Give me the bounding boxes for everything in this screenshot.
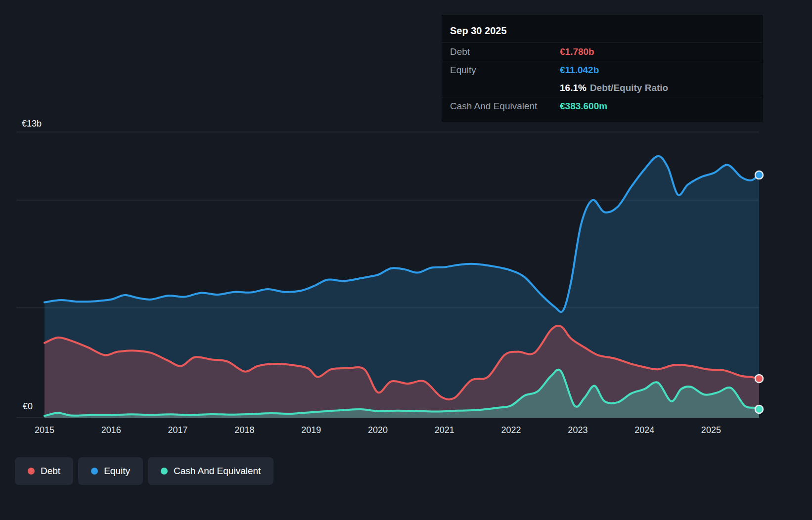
x-axis-label-2020: 2020 <box>368 425 388 435</box>
equity-end-marker <box>755 171 763 179</box>
x-axis-label-2024: 2024 <box>634 425 654 435</box>
equity-dot-icon <box>91 468 98 475</box>
x-axis-label-2017: 2017 <box>168 425 188 435</box>
legend-item-cash[interactable]: Cash And Equivalent <box>148 457 273 485</box>
tooltip-equity-label: Equity <box>450 65 560 76</box>
x-axis-label-2025: 2025 <box>701 425 721 435</box>
tooltip-debt-label: Debt <box>450 46 560 57</box>
x-axis-label-2016: 2016 <box>101 425 121 435</box>
cash-dot-icon <box>161 468 168 475</box>
tooltip-cash-label: Cash And Equivalent <box>450 101 560 112</box>
tooltip-equity-value: €11.042b <box>560 65 599 76</box>
legend-equity-label: Equity <box>104 466 130 477</box>
tooltip-ratio-value: 16.1% <box>560 83 586 93</box>
x-axis-label-2021: 2021 <box>435 425 454 435</box>
x-axis-label-2018: 2018 <box>234 425 254 435</box>
debt-end-marker <box>755 375 763 383</box>
tooltip-date: Sep 30 2025 <box>442 20 762 43</box>
legend-debt-label: Debt <box>41 466 60 477</box>
tooltip-row-debt: Debt €1.780b <box>442 43 762 61</box>
legend-cash-label: Cash And Equivalent <box>174 466 261 477</box>
legend-item-equity[interactable]: Equity <box>78 457 143 485</box>
tooltip-row-equity: Equity €11.042b <box>442 61 762 79</box>
x-axis-label-2023: 2023 <box>568 425 587 435</box>
tooltip-row-ratio: 16.1% Debt/Equity Ratio <box>442 79 762 97</box>
x-axis-label-2019: 2019 <box>301 425 321 435</box>
y-axis-label-top: €13b <box>22 119 42 129</box>
tooltip: Sep 30 2025 Debt €1.780b Equity €11.042b… <box>442 15 763 122</box>
legend-item-debt[interactable]: Debt <box>15 457 73 485</box>
debt-dot-icon <box>28 468 35 475</box>
y-axis-label-bottom: €0 <box>23 401 33 412</box>
x-axis-label-2022: 2022 <box>501 425 521 435</box>
tooltip-ratio-label: Debt/Equity Ratio <box>590 83 668 93</box>
x-axis-label-2015: 2015 <box>35 425 54 435</box>
tooltip-row-cash: Cash And Equivalent €383.600m <box>442 97 762 115</box>
cash-and-equivalent-end-marker <box>755 405 763 413</box>
tooltip-cash-value: €383.600m <box>560 101 607 112</box>
tooltip-debt-value: €1.780b <box>560 46 594 57</box>
legend: Debt Equity Cash And Equivalent <box>15 457 273 485</box>
